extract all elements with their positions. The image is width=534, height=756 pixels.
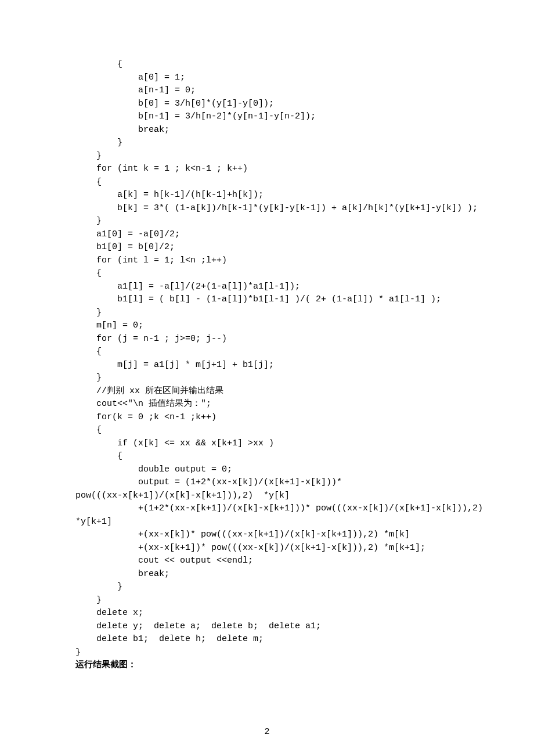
code-block-1: { a[0] = 1; a[n-1] = 0; b[0] = 3/h[0]*(y… xyxy=(75,58,459,489)
code-block-4: *y[k+1] xyxy=(75,516,459,529)
code-block-3: +(1+2*(xx-x[k+1])/(x[k]-x[k+1]))* pow(((… xyxy=(75,502,459,516)
page-number: 2 xyxy=(0,726,534,739)
code-block-5: +(xx-x[k])* pow(((xx-x[k+1])/(x[k]-x[k+1… xyxy=(75,528,459,659)
section-heading: 运行结果截图： xyxy=(75,659,459,672)
document-page: { a[0] = 1; a[n-1] = 0; b[0] = 3/h[0]*(y… xyxy=(0,0,534,756)
code-block-2: pow(((xx-x[k+1])/(x[k]-x[k+1])),2) *y[k] xyxy=(75,489,459,503)
